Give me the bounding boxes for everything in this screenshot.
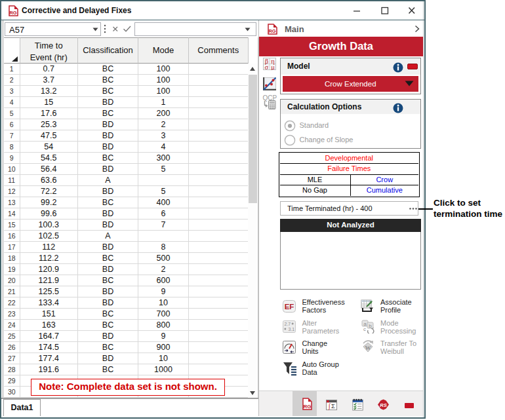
svg-text:RS: RS: [380, 402, 387, 408]
svg-text:EF: EF: [285, 303, 294, 311]
svg-text:3.1: 3.1: [289, 327, 295, 332]
svg-text:Σ: Σ: [331, 402, 335, 410]
svg-text:μ: μ: [271, 64, 275, 70]
svg-text:b: b: [369, 323, 372, 329]
svg-text:RG: RG: [268, 28, 275, 34]
svg-text:σ: σ: [264, 64, 268, 70]
svg-text:RG: RG: [9, 10, 16, 16]
svg-text:2.7: 2.7: [285, 322, 291, 326]
svg-text:c: c: [363, 326, 366, 332]
svg-text:W: W: [365, 345, 371, 351]
svg-text:RG: RG: [304, 404, 312, 410]
